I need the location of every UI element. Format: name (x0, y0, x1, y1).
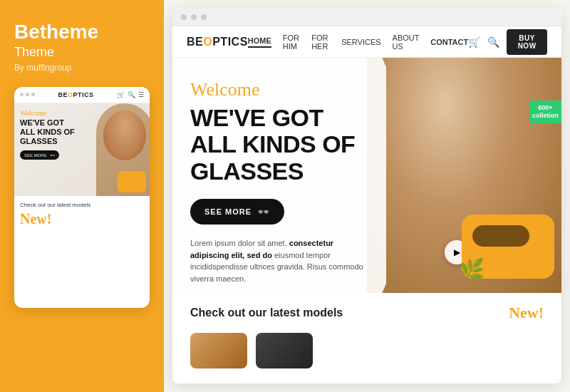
mobile-mockup: BEOPTICS 🛒 🔍 ☰ Welcome WE'VE GOTALL KIND… (14, 87, 150, 308)
nav-about-us[interactable]: ABOUT US (393, 33, 420, 51)
hero-paragraph: Lorem ipsum dolor sit amet, consectetur … (190, 237, 368, 284)
mobile-window-dots (20, 93, 35, 96)
counter-label: colletion (532, 112, 559, 120)
see-more-button[interactable]: SEE MORE 👓 (190, 199, 284, 225)
nav-contact[interactable]: CONTACT (430, 38, 468, 46)
mobile-latest-text: Check out our latest models (20, 202, 144, 208)
right-panel: BEOPTICS HOME FOR HIM FOR HER SERVICES A… (164, 0, 570, 392)
site-nav: BEOPTICS HOME FOR HIM FOR HER SERVICES A… (172, 26, 561, 58)
hero-right: ▶ 🌿 600+ colletion (367, 58, 561, 293)
browser-dot-1 (181, 14, 187, 20)
mobile-site-logo: BEOPTICS (58, 91, 93, 98)
glasses-item-1[interactable] (190, 333, 247, 368)
nav-for-her[interactable]: FOR HER (311, 33, 330, 51)
mobile-top-bar: BEOPTICS 🛒 🔍 ☰ (14, 87, 150, 103)
browser-dot-2 (191, 14, 197, 20)
mobile-woman-face (103, 110, 146, 160)
mobile-welcome: Welcome (20, 109, 75, 117)
mobile-hero-text: Welcome WE'VE GOTALL KINDS OFGLASSES SEE… (20, 109, 75, 160)
mobile-yellow-card (118, 171, 146, 192)
mobile-glasses-icon: 👓 (50, 153, 55, 158)
cart-icon[interactable]: 🛒 (468, 36, 480, 48)
mobile-dot-3 (31, 93, 35, 96)
browser-dot-3 (201, 14, 207, 20)
mobile-new-label: New! (20, 211, 144, 227)
nav-home[interactable]: HOME (248, 36, 271, 48)
left-panel: Betheme Theme By muffingroup BEOPTICS 🛒 … (0, 0, 164, 392)
bottom-section: Check out our latest models New! (172, 293, 561, 333)
mobile-dot-2 (26, 93, 29, 96)
counter-value: 600+ (532, 104, 559, 112)
yellow-card-right: 🌿 (462, 215, 554, 279)
nav-services[interactable]: SERVICES (341, 38, 380, 46)
mobile-see-more-btn[interactable]: SEE MORE 👓 (20, 150, 59, 160)
nav-actions: 🛒 🔍 BUY NOW (468, 29, 547, 55)
brand-title: Betheme (14, 21, 98, 43)
mobile-search-icon: 🔍 (128, 91, 135, 98)
browser-window: BEOPTICS HOME FOR HIM FOR HER SERVICES A… (172, 9, 561, 383)
mobile-menu-icon: ☰ (138, 91, 144, 98)
hero-headline: WE'VE GOTALL KINDS OFGLASSES (190, 105, 368, 185)
browser-bar (172, 9, 561, 26)
new-label-right: New! (509, 304, 544, 322)
nav-for-him[interactable]: FOR HIM (283, 33, 300, 51)
search-icon[interactable]: 🔍 (487, 36, 499, 48)
brand-subtitle: Theme (14, 45, 54, 60)
hero-section: Welcome WE'VE GOTALL KINDS OFGLASSES SEE… (172, 58, 561, 293)
glasses-item-2[interactable] (256, 333, 313, 368)
hero-welcome-script: Welcome (190, 79, 368, 100)
mobile-cart-icon: 🛒 (117, 91, 125, 98)
buy-now-button[interactable]: BUY NOW (507, 29, 547, 55)
mobile-nav-icons: 🛒 🔍 ☰ (117, 91, 144, 98)
glasses-row (172, 333, 561, 376)
counter-badge: 600+ colletion (529, 100, 561, 123)
mobile-dot-1 (20, 93, 24, 96)
site-logo: BEOPTICS (187, 36, 248, 48)
mobile-hero: Welcome WE'VE GOTALL KINDS OFGLASSES SEE… (14, 103, 150, 196)
glasses-icon: 👓 (257, 206, 270, 217)
see-more-label: SEE MORE (204, 207, 252, 216)
mobile-headline: WE'VE GOTALL KINDS OFGLASSES (20, 118, 75, 147)
mobile-bottom-content: Check out our latest models New! (14, 196, 150, 233)
latest-models-title: Check out our latest models (190, 306, 343, 319)
glasses-preview-image (472, 225, 529, 247)
nav-links: HOME FOR HIM FOR HER SERVICES ABOUT US C… (248, 33, 468, 51)
brand-by: By muffingroup (14, 63, 72, 73)
hero-left: Welcome WE'VE GOTALL KINDS OFGLASSES SEE… (172, 58, 386, 293)
leaves-decoration: 🌿 (462, 257, 484, 279)
